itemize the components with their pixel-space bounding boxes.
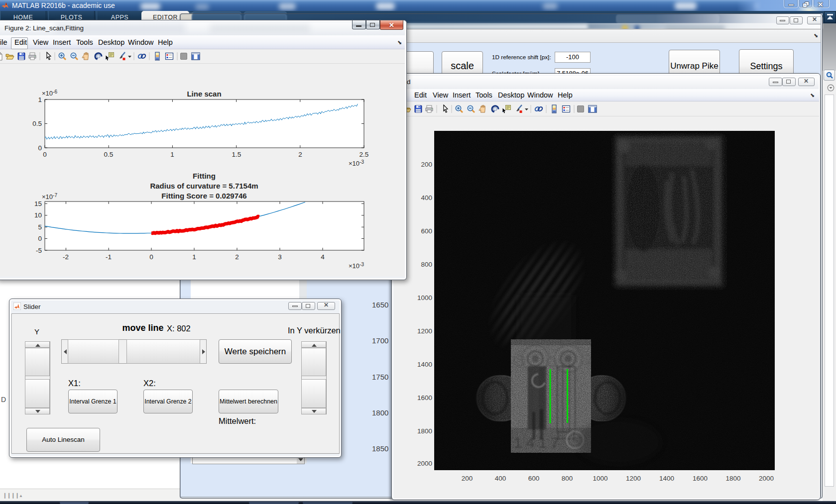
svg-text:15: 15: [34, 200, 42, 207]
svg-text:Line scan: Line scan: [187, 90, 221, 98]
svg-text:1: 1: [192, 253, 196, 261]
svg-text:2: 2: [298, 151, 302, 158]
svg-text:10: 10: [34, 211, 42, 219]
svg-text:0: 0: [38, 144, 42, 152]
svg-text:0: 0: [149, 253, 153, 261]
svg-text:-2: -2: [63, 253, 69, 261]
svg-text:-5: -5: [36, 247, 42, 254]
svg-text:Fitting: Fitting: [193, 172, 216, 180]
svg-text:0.5: 0.5: [32, 120, 42, 127]
svg-text:Fitting Score = 0.029746: Fitting Score = 0.029746: [161, 192, 246, 200]
svg-text:4: 4: [321, 253, 325, 261]
svg-text:0: 0: [43, 151, 47, 158]
svg-text:×10-3: ×10-3: [349, 262, 364, 270]
svg-text:2.5: 2.5: [359, 151, 369, 158]
svg-text:2: 2: [235, 253, 239, 261]
svg-text:×10-3: ×10-3: [349, 159, 364, 167]
svg-text:-1: -1: [106, 253, 112, 261]
svg-text:0.5: 0.5: [104, 151, 114, 158]
svg-text:5: 5: [38, 223, 42, 231]
svg-text:1.5: 1.5: [232, 151, 241, 158]
svg-text:0: 0: [38, 235, 42, 242]
svg-text:1: 1: [38, 96, 42, 103]
svg-text:Radius of curvature = 5.7154m: Radius of curvature = 5.7154m: [150, 182, 258, 190]
svg-text:×10-6: ×10-6: [42, 89, 57, 97]
svg-text:×10-7: ×10-7: [42, 193, 57, 201]
svg-text:1: 1: [170, 151, 174, 158]
svg-text:1417: 1417: [514, 434, 563, 451]
svg-text:3: 3: [278, 253, 282, 261]
